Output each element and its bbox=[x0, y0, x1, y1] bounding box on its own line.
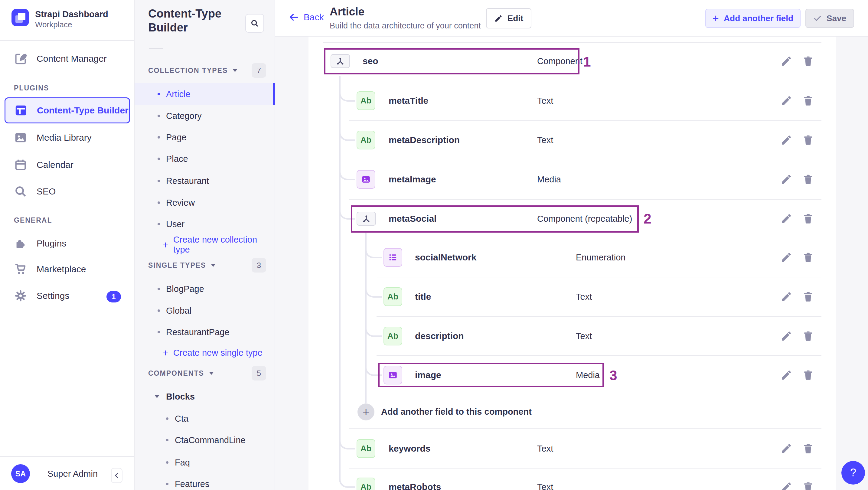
components-header[interactable]: COMPONENTS 5 bbox=[134, 362, 275, 384]
bullet-icon bbox=[158, 115, 160, 117]
add-component-field-button[interactable]: + bbox=[358, 403, 374, 421]
sidebar-item-features[interactable]: Features bbox=[134, 473, 275, 490]
create-single-type-link[interactable]: +Create new single type bbox=[134, 342, 275, 364]
sidebar-item-restaurant[interactable]: Restaurant bbox=[134, 170, 275, 192]
divider bbox=[149, 49, 163, 49]
field-row-title: Ab title Text bbox=[309, 282, 836, 312]
sidebar-item-media-library[interactable]: Media Library bbox=[0, 125, 134, 150]
delete-field-button[interactable] bbox=[802, 291, 814, 303]
brand-name: Strapi Dashboard bbox=[35, 9, 108, 20]
field-row-socialnetwork: socialNetwork Enumeration bbox=[309, 242, 836, 273]
sidebar-item-place[interactable]: Place bbox=[134, 148, 275, 170]
edit-field-button[interactable] bbox=[780, 173, 793, 185]
builder-title: Content-Type Builder bbox=[148, 7, 236, 34]
row-divider bbox=[349, 428, 822, 429]
sidebar-item-content-type-builder[interactable]: Content-Type Builder bbox=[4, 97, 130, 123]
bullet-icon bbox=[158, 180, 160, 182]
bullet-icon bbox=[158, 202, 160, 204]
cart-icon bbox=[13, 262, 28, 276]
save-button[interactable]: Save bbox=[805, 9, 854, 28]
puzzle-icon bbox=[13, 237, 28, 250]
create-collection-type-link[interactable]: +Create new collection type bbox=[134, 234, 275, 255]
add-component-field-label[interactable]: Add another field to this component bbox=[381, 407, 532, 417]
edit-field-button[interactable] bbox=[780, 481, 793, 490]
delete-field-button[interactable] bbox=[802, 173, 814, 185]
delete-field-button[interactable] bbox=[802, 251, 814, 264]
row-divider bbox=[376, 277, 822, 277]
component-group-blocks[interactable]: Blocks bbox=[134, 386, 275, 407]
collapse-sidebar-button[interactable] bbox=[111, 468, 123, 483]
sidebar-item-restaurantpage[interactable]: RestaurantPage bbox=[134, 321, 275, 343]
avatar[interactable]: SA bbox=[11, 464, 30, 483]
sidebar-item-category[interactable]: Category bbox=[134, 105, 275, 127]
sidebar-item-label: Content-Type Builder bbox=[37, 105, 128, 116]
add-another-field-button[interactable]: + Add another field bbox=[705, 9, 801, 28]
delete-field-button[interactable] bbox=[802, 369, 814, 381]
sidebar-item-article[interactable]: Article bbox=[134, 83, 275, 105]
search-icon bbox=[13, 184, 28, 198]
edit-button[interactable]: Edit bbox=[486, 8, 531, 28]
sidebar-item-marketplace[interactable]: Marketplace bbox=[0, 257, 134, 281]
media-icon bbox=[356, 170, 375, 189]
sidebar-item-global[interactable]: Global bbox=[134, 300, 275, 321]
text-field-icon: Ab bbox=[383, 327, 402, 345]
sidebar-item-label: Media Library bbox=[37, 132, 92, 143]
edit-field-button[interactable] bbox=[780, 95, 793, 107]
check-icon bbox=[813, 14, 822, 23]
field-row-keywords: Ab keywords Text bbox=[309, 433, 836, 464]
search-icon bbox=[250, 19, 259, 28]
bullet-icon bbox=[158, 223, 160, 225]
sidebar-item-content-manager[interactable]: Content Manager bbox=[0, 47, 134, 71]
delete-field-button[interactable] bbox=[802, 481, 814, 490]
builder-sidebar: Content-Type Builder COLLECTION TYPES 7 … bbox=[134, 0, 275, 490]
edit-field-button[interactable] bbox=[780, 442, 793, 455]
sidebar-item-user[interactable]: User bbox=[134, 213, 275, 235]
edit-field-button[interactable] bbox=[780, 134, 793, 146]
text-field-icon: Ab bbox=[383, 287, 402, 306]
sidebar-item-settings[interactable]: Settings 1 bbox=[0, 284, 134, 308]
bullet-icon bbox=[158, 158, 160, 160]
sidebar-item-faq[interactable]: Faq bbox=[134, 452, 275, 473]
active-indicator bbox=[273, 83, 275, 105]
delete-field-button[interactable] bbox=[802, 134, 814, 146]
sidebar-item-review[interactable]: Review bbox=[134, 192, 275, 214]
delete-field-button[interactable] bbox=[802, 55, 814, 67]
field-row-metasocial: metaSocial Component (repeatable) bbox=[309, 204, 836, 234]
bullet-icon bbox=[166, 483, 168, 485]
row-divider bbox=[349, 468, 822, 468]
delete-field-button[interactable] bbox=[802, 442, 814, 455]
sidebar-item-seo[interactable]: SEO bbox=[0, 179, 134, 204]
sidebar-item-cta[interactable]: Cta bbox=[134, 408, 275, 429]
edit-field-button[interactable] bbox=[780, 213, 793, 225]
divider bbox=[0, 40, 134, 41]
sidebar-item-plugins[interactable]: Plugins bbox=[0, 232, 134, 255]
sidebar-item-page[interactable]: Page bbox=[134, 126, 275, 148]
sidebar-item-calendar[interactable]: Calendar bbox=[0, 153, 134, 177]
sidebar-item-label: Marketplace bbox=[37, 264, 86, 274]
fields-list-card: seo Component Ab metaTitle Text Ab metaD… bbox=[309, 37, 836, 490]
edit-field-button[interactable] bbox=[780, 251, 793, 264]
delete-field-button[interactable] bbox=[802, 95, 814, 107]
field-row-description: Ab description Text bbox=[309, 321, 836, 351]
collection-types-header[interactable]: COLLECTION TYPES 7 bbox=[134, 60, 275, 81]
arrow-left-icon bbox=[288, 11, 300, 23]
search-button[interactable] bbox=[245, 14, 264, 33]
sidebar-item-blogpage[interactable]: BlogPage bbox=[134, 278, 275, 300]
back-button[interactable]: Back bbox=[288, 11, 324, 23]
edit-field-button[interactable] bbox=[780, 291, 793, 303]
help-button[interactable]: ? bbox=[841, 461, 865, 485]
pencil-icon bbox=[494, 14, 503, 23]
edit-field-button[interactable] bbox=[780, 55, 793, 67]
delete-field-button[interactable] bbox=[802, 330, 814, 342]
field-row-metatitle: Ab metaTitle Text bbox=[309, 86, 836, 116]
gear-icon bbox=[13, 289, 28, 303]
text-field-icon: Ab bbox=[356, 91, 375, 110]
delete-field-button[interactable] bbox=[802, 213, 814, 225]
edit-field-button[interactable] bbox=[780, 330, 793, 342]
components-count: 5 bbox=[252, 366, 266, 380]
field-row-metaimage: metaImage Media bbox=[309, 164, 836, 194]
single-types-header[interactable]: SINGLE TYPES 3 bbox=[134, 254, 275, 276]
sidebar-item-ctacommandline[interactable]: CtaCommandLine bbox=[134, 429, 275, 451]
edit-field-button[interactable] bbox=[780, 369, 793, 381]
sidebar-item-label: SEO bbox=[37, 186, 56, 196]
